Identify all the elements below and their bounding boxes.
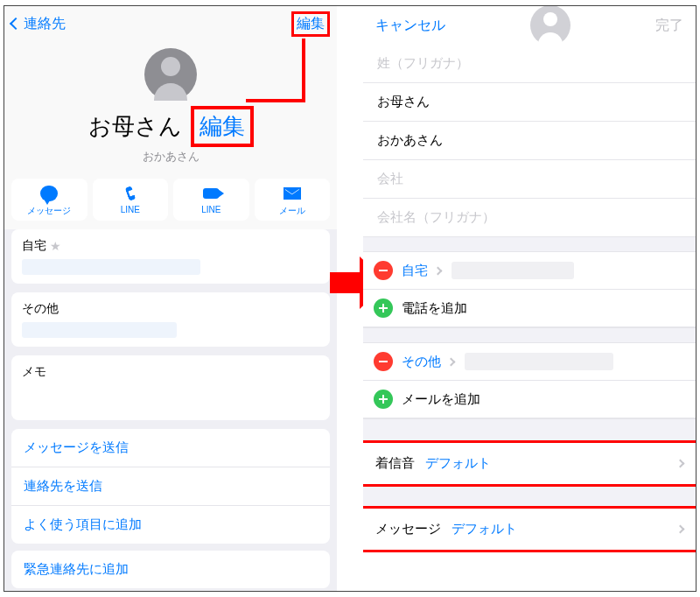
edit-button[interactable]: 編集	[291, 11, 330, 37]
star-icon: ★	[50, 239, 61, 253]
masked-value	[452, 262, 574, 279]
done-button[interactable]: 完了	[655, 17, 683, 35]
section-gap	[363, 484, 696, 509]
send-message-item[interactable]: メッセージを送信	[11, 429, 330, 467]
add-icon[interactable]	[374, 390, 393, 409]
email-other-row[interactable]: その他	[363, 343, 696, 381]
home-phone-card[interactable]: 自宅★	[11, 229, 330, 284]
chevron-right-icon	[676, 525, 685, 534]
navbar: 連絡先 編集	[4, 6, 337, 41]
chevron-right-icon	[447, 357, 456, 366]
contact-header: お母さん 編集 おかあさん	[4, 41, 337, 173]
masked-value	[22, 259, 200, 275]
memo-card[interactable]: メモ	[11, 355, 330, 420]
message-icon	[40, 186, 58, 201]
edit-callout-label: 編集	[191, 106, 254, 147]
phone-icon	[124, 186, 136, 201]
company-field[interactable]: 会社	[363, 160, 696, 199]
mail-button[interactable]: メール	[255, 179, 331, 221]
remove-icon[interactable]	[374, 261, 393, 280]
section-gap	[363, 418, 696, 443]
emergency-list: 緊急連絡先に追加	[11, 551, 330, 588]
add-phone-row[interactable]: 電話を追加	[363, 290, 696, 327]
contact-view-screen: 連絡先 編集 お母さん 編集 おかあさん メッセージ LI	[4, 6, 337, 591]
chevron-left-icon	[10, 18, 22, 30]
contact-edit-screen: キャンセル 完了 姓（フリガナ） お母さん おかあさん 会社 会社名（フリガナ）…	[363, 6, 696, 591]
send-contact-item[interactable]: 連絡先を送信	[11, 467, 330, 505]
line-call-button[interactable]: LINE	[93, 179, 169, 221]
firstname-furigana-field[interactable]: おかあさん	[363, 122, 696, 160]
phone-home-row[interactable]: 自宅	[363, 252, 696, 290]
remove-icon[interactable]	[374, 352, 393, 371]
firstname-field[interactable]: お母さん	[363, 83, 696, 122]
contact-furigana: おかあさん	[4, 149, 337, 173]
avatar-icon	[144, 48, 197, 101]
other-card[interactable]: その他	[11, 292, 330, 347]
cancel-button[interactable]: キャンセル	[375, 17, 445, 35]
back-label: 連絡先	[24, 15, 66, 33]
add-emergency-item[interactable]: 緊急連絡先に追加	[11, 551, 330, 588]
chevron-right-icon	[434, 266, 443, 275]
contact-name: お母さん	[88, 111, 182, 142]
line-video-button[interactable]: LINE	[173, 179, 249, 221]
message-button[interactable]: メッセージ	[11, 179, 88, 221]
masked-value	[465, 353, 613, 370]
add-email-row[interactable]: メールを追加	[363, 381, 696, 418]
texttone-row[interactable]: メッセージ デフォルト	[363, 506, 696, 552]
lastname-furigana-field[interactable]: 姓（フリガナ）	[363, 45, 696, 83]
section-gap	[363, 327, 696, 343]
navbar: キャンセル 完了	[363, 6, 696, 45]
chevron-right-icon	[676, 460, 685, 468]
avatar-icon[interactable]	[530, 6, 570, 46]
add-icon[interactable]	[374, 298, 393, 318]
ringtone-row[interactable]: 着信音 デフォルト	[363, 440, 696, 487]
mail-icon	[284, 187, 301, 200]
actions-list: メッセージを送信 連絡先を送信 よく使う項目に追加	[11, 429, 330, 544]
section-gap	[363, 236, 696, 252]
tutorial-frame: 連絡先 編集 お母さん 編集 おかあさん メッセージ LI	[4, 5, 696, 592]
company-furigana-field[interactable]: 会社名（フリガナ）	[363, 199, 696, 236]
quick-actions: メッセージ LINE LINE メール	[4, 173, 337, 229]
masked-value	[22, 322, 177, 338]
back-button[interactable]: 連絡先	[11, 15, 66, 33]
video-icon	[203, 188, 219, 199]
add-favorite-item[interactable]: よく使う項目に追加	[11, 505, 330, 544]
